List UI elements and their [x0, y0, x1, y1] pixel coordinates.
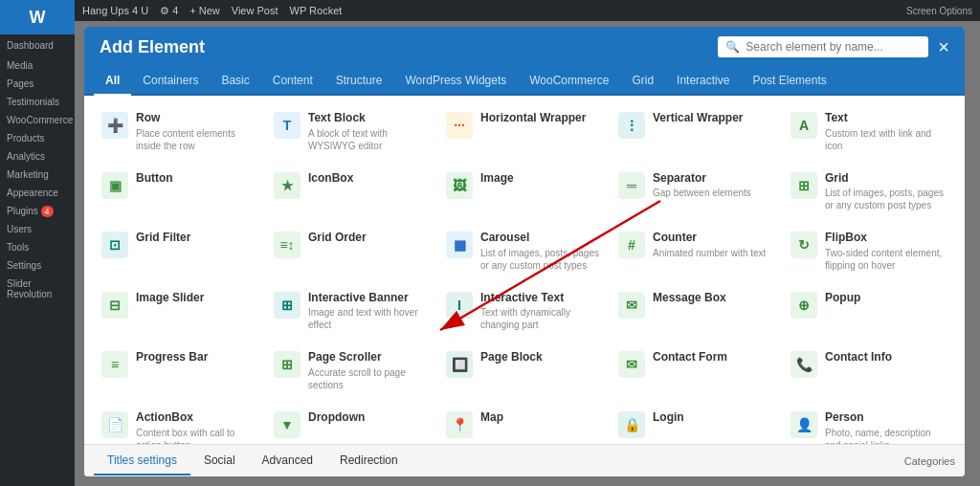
element-text: Progress Bar: [136, 350, 258, 365]
element-desc: Text with dynamically changing part: [480, 306, 603, 331]
element-item-map[interactable]: 📍 Map: [440, 403, 609, 444]
element-text: Button: [136, 171, 258, 187]
element-icon: 📍: [446, 411, 473, 438]
element-item-iconbox[interactable]: ★ IconBox: [268, 164, 436, 220]
search-input[interactable]: [746, 40, 921, 54]
element-item-grid[interactable]: ⊞ Grid List of images, posts, pages or a…: [785, 164, 953, 220]
footer-tab-titles[interactable]: Titles settings: [94, 447, 190, 475]
element-icon: ✉: [618, 351, 645, 378]
adminbar-new[interactable]: + New: [189, 5, 220, 16]
element-item-grid-filter[interactable]: ⊡ Grid Filter: [96, 223, 264, 279]
sidebar-item-dashboard[interactable]: Dashboard: [0, 34, 75, 56]
screen-options[interactable]: Screen Options: [906, 6, 972, 16]
element-icon: 🖼: [446, 172, 473, 199]
element-icon: ↻: [791, 232, 817, 258]
element-desc: A block of text with WYSIWYG editor: [308, 127, 431, 152]
element-name: Contact Form: [653, 350, 775, 365]
element-item-login[interactable]: 🔒 Login: [612, 403, 781, 444]
element-text: Login: [653, 410, 775, 426]
sidebar-item-testimonials[interactable]: Testimonials: [0, 93, 75, 111]
element-item-progress-bar[interactable]: ≡ Progress Bar: [96, 342, 264, 399]
tab-structure[interactable]: Structure: [324, 67, 394, 96]
element-text: Separator Gap between elements: [653, 171, 775, 200]
element-text: Grid Filter: [136, 231, 258, 246]
sidebar-item-pages[interactable]: Pages: [0, 75, 75, 93]
element-item-contact-info[interactable]: 📞 Contact Info: [785, 342, 953, 399]
element-item-image-slider[interactable]: ⊟ Image Slider: [96, 283, 264, 340]
element-item-popup[interactable]: ⊕ Popup: [785, 283, 953, 340]
element-item-interactive-text[interactable]: I Interactive Text Text with dynamically…: [440, 283, 609, 340]
element-name: Login: [653, 410, 775, 426]
adminbar-view-post[interactable]: View Post: [232, 5, 278, 16]
wp-sidebar: W Dashboard Media Pages Testimonials Woo…: [0, 0, 75, 486]
sidebar-item-media[interactable]: Media: [0, 56, 75, 75]
element-item-separator[interactable]: ═ Separator Gap between elements: [612, 164, 781, 220]
element-item-flipbox[interactable]: ↻ FlipBox Two-sided content element, fli…: [785, 223, 953, 279]
sidebar-item-analytics[interactable]: Analytics: [0, 147, 75, 166]
search-icon: 🔍: [725, 40, 740, 54]
element-name: Vertical Wrapper: [653, 111, 775, 126]
sidebar-item-settings[interactable]: Settings: [0, 256, 75, 275]
element-item-text-block[interactable]: T Text Block A block of text with WYSIWY…: [268, 103, 436, 160]
element-icon: 🔒: [618, 411, 645, 438]
element-item-person[interactable]: 👤 Person Photo, name, description and so…: [785, 403, 953, 444]
element-name: Dropdown: [308, 410, 431, 426]
element-item-page-scroller[interactable]: ⊞ Page Scroller Accurate scroll to page …: [268, 342, 436, 399]
element-item-interactive-banner[interactable]: ⊞ Interactive Banner Image and text with…: [268, 283, 436, 340]
element-item-message-box[interactable]: ✉ Message Box: [612, 283, 781, 340]
element-name: Button: [136, 171, 258, 187]
tab-containers[interactable]: Containers: [131, 67, 210, 96]
sidebar-item-users[interactable]: Users: [0, 220, 75, 238]
categories-button[interactable]: Categories: [904, 455, 955, 467]
element-icon: 👤: [791, 411, 817, 438]
sidebar-item-appearance[interactable]: Appearence: [0, 184, 75, 202]
element-item-dropdown[interactable]: ▼ Dropdown: [268, 403, 436, 444]
sidebar-item-slider[interactable]: Slider Revolution: [0, 275, 75, 303]
element-item-carousel[interactable]: ▦ Carousel List of images, posts, pages …: [440, 223, 609, 279]
element-icon: ⊡: [101, 232, 128, 258]
tab-post-elements[interactable]: Post Elements: [741, 67, 837, 96]
element-item-contact-form[interactable]: ✉ Contact Form: [612, 342, 781, 399]
close-button[interactable]: ×: [938, 37, 949, 56]
element-item-button[interactable]: ▣ Button: [96, 164, 264, 220]
footer-tab-social[interactable]: Social: [190, 447, 249, 475]
tab-basic[interactable]: Basic: [210, 67, 260, 96]
footer-tab-redirection[interactable]: Redirection: [326, 447, 412, 475]
element-icon: #: [618, 232, 645, 258]
element-item-horizontal-wrapper[interactable]: ··· Horizontal Wrapper: [440, 103, 609, 160]
tab-interactive[interactable]: Interactive: [665, 67, 741, 96]
adminbar-wp-rocket[interactable]: WP Rocket: [290, 5, 343, 16]
element-item-page-block[interactable]: 🔲 Page Block: [440, 342, 609, 399]
sidebar-item-tools[interactable]: Tools: [0, 238, 75, 256]
element-text: IconBox: [308, 171, 431, 187]
element-name: Text: [825, 111, 947, 126]
tab-grid[interactable]: Grid: [620, 67, 665, 96]
sidebar-item-plugins[interactable]: Plugins 4: [0, 202, 75, 220]
element-item-row[interactable]: ➕ Row Place content elements inside the …: [96, 103, 264, 160]
element-text: Text Block A block of text with WYSIWYG …: [308, 111, 431, 152]
sidebar-item-products[interactable]: Products: [0, 129, 75, 147]
element-item-actionbox[interactable]: 📄 ActionBox Content box with call to act…: [96, 403, 264, 444]
element-name: Grid Filter: [136, 231, 258, 246]
element-item-image[interactable]: 🖼 Image: [440, 164, 609, 220]
footer-tab-advanced[interactable]: Advanced: [249, 447, 326, 475]
sidebar-item-woocommerce[interactable]: WooCommerce: [0, 111, 75, 129]
element-item-grid-order[interactable]: ≡↕ Grid Order: [268, 223, 436, 279]
element-text: Vertical Wrapper: [653, 111, 775, 126]
element-name: Image Slider: [136, 291, 258, 306]
tab-all[interactable]: All: [94, 67, 131, 96]
element-text: Image: [480, 171, 603, 187]
search-box[interactable]: 🔍: [718, 36, 928, 57]
sidebar-item-marketing[interactable]: Marketing: [0, 166, 75, 184]
element-item-vertical-wrapper[interactable]: ⋮ Vertical Wrapper: [612, 103, 781, 160]
tab-content[interactable]: Content: [261, 67, 324, 96]
element-name: Grid: [825, 171, 947, 187]
tab-woocommerce[interactable]: WooCommerce: [518, 67, 620, 96]
tab-wordpress-widgets[interactable]: WordPress Widgets: [393, 67, 518, 96]
element-name: Row: [136, 111, 258, 126]
element-item-text[interactable]: A Text Custom text with link and icon: [785, 103, 953, 160]
element-icon: ⊟: [101, 292, 128, 319]
element-desc: Gap between elements: [653, 187, 775, 199]
adminbar-item[interactable]: Hang Ups 4 U: [82, 5, 148, 16]
element-item-counter[interactable]: # Counter Animated number with text: [612, 223, 781, 279]
